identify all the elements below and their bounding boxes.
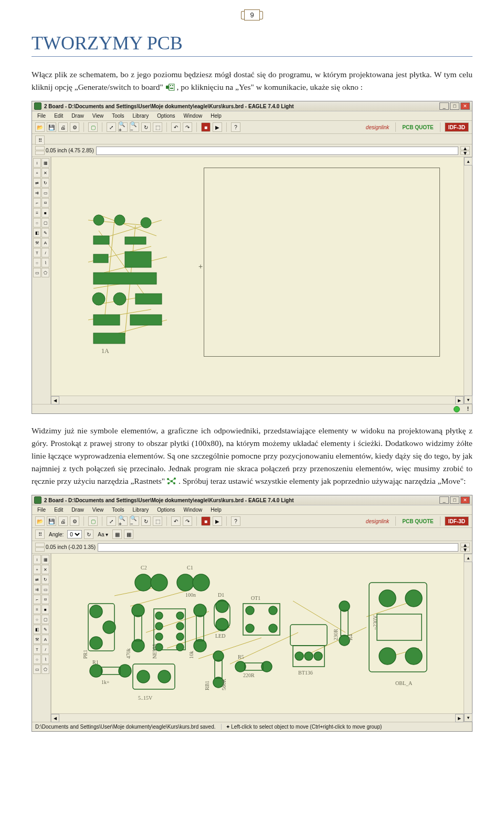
menu-edit[interactable]: Edit [51,506,66,513]
poly-icon[interactable]: ⬠ [41,268,49,277]
zoom-in-icon[interactable]: 🔍+ [118,122,128,132]
go-icon[interactable]: ▶ [213,516,222,526]
move-icon[interactable]: ✕ [41,168,49,178]
scroll-left-icon[interactable]: ◀ [51,396,59,404]
scroll-left-icon[interactable]: ◀ [51,714,59,722]
menu-view[interactable]: View [89,112,107,119]
zoom-select-icon[interactable]: ⬚ [153,516,162,526]
zoom-in-icon[interactable]: 🔍+ [118,516,128,526]
h-scrollbar[interactable]: ◀ ▶ [51,713,464,722]
pcb-quote-label[interactable]: PCB QUOTE [402,518,433,524]
add-icon[interactable]: ■ [41,208,49,217]
menu-tools[interactable]: Tools [109,112,127,119]
arc-icon[interactable]: ⌇ [41,258,49,267]
close-button[interactable]: ✕ [460,102,470,110]
minimize-button[interactable]: _ [439,102,449,110]
value-icon[interactable]: ◧ [33,228,41,237]
menu-draw[interactable]: Draw [68,112,87,119]
board-icon[interactable]: ▢ [88,516,98,526]
v-scrollbar[interactable]: ▲ ▼ [464,157,472,404]
command-input[interactable] [96,147,458,155]
menu-library[interactable]: Library [130,506,152,513]
text-icon[interactable]: T [33,645,41,654]
scroll-down-icon[interactable]: ▼ [464,713,472,722]
info-icon[interactable]: i [33,555,41,564]
copy-icon[interactable]: ⇄ [33,178,41,188]
scroll-track[interactable] [464,165,472,396]
scroll-down-icon[interactable]: ▼ [460,151,470,155]
layer-icon[interactable] [35,146,45,150]
menu-options[interactable]: Options [154,506,178,513]
route-icon[interactable]: ⚒ [33,635,41,644]
scroll-up-icon[interactable]: ▲ [464,554,472,562]
replace-icon[interactable]: ○ [33,218,41,227]
info-icon[interactable]: i [33,158,41,168]
zoom-fit-icon[interactable]: ⤢ [107,122,116,132]
scroll-down-icon[interactable]: ▼ [460,547,470,552]
scroll-down-icon[interactable]: ▼ [464,396,472,404]
zoom-out-icon[interactable]: 🔍− [130,516,139,526]
menu-view[interactable]: View [89,506,107,513]
name-icon[interactable]: ▢ [41,615,49,624]
delete-icon[interactable]: ≡ [33,605,41,614]
line-icon[interactable]: / [41,248,49,257]
rect-icon[interactable]: ▭ [33,268,41,277]
delete-icon[interactable]: ≡ [33,208,41,217]
designlink-label[interactable]: designlink [366,518,389,524]
menu-library[interactable]: Library [130,112,152,119]
route-icon[interactable]: ⚒ [33,238,41,247]
ripup-icon[interactable]: A [41,635,49,644]
display-icon[interactable]: ▦ [41,158,49,168]
menu-draw[interactable]: Draw [68,506,87,513]
cut-icon[interactable]: ⧈ [41,595,49,604]
rotate-icon[interactable]: ⇉ [33,188,41,198]
angle-select[interactable]: 0 [67,530,82,538]
smash-icon[interactable]: ✎ [41,228,49,237]
designlink-label[interactable]: designlink [366,124,389,130]
pcb-canvas[interactable]: C2 C1 100n PR1 470k NE555 10k D1 LED OT1… [51,554,464,713]
redo-icon[interactable]: ↷ [183,122,192,132]
menu-window[interactable]: Window [181,112,206,119]
rotate-icon[interactable]: ⇉ [33,585,41,594]
mirror-icon[interactable]: ↻ [41,575,49,584]
ripup-icon[interactable]: A [41,238,49,247]
grid2-icon[interactable]: ▦ [124,530,133,539]
grid-icon[interactable]: ⠿ [35,530,45,539]
print-icon[interactable]: 🖨 [58,122,68,132]
menu-window[interactable]: Window [181,506,206,513]
scroll-track[interactable] [59,714,455,722]
smash-icon[interactable]: ✎ [41,625,49,634]
layer-icon[interactable] [35,543,45,547]
move-icon[interactable]: ✕ [41,565,49,574]
mirror-icon[interactable]: ↻ [41,178,49,188]
layer-icon2[interactable] [35,547,45,552]
menu-tools[interactable]: Tools [109,506,127,513]
group-icon[interactable]: ▭ [41,585,49,594]
maximize-button[interactable]: □ [450,496,459,504]
replace-icon[interactable]: ○ [33,615,41,624]
cut-icon[interactable]: ⧈ [41,198,49,208]
cam-icon[interactable]: ⚙ [70,122,79,132]
circle-icon[interactable]: ○ [33,258,41,267]
stop-icon[interactable]: ■ [201,516,211,526]
copy-icon[interactable]: ⇄ [33,575,41,584]
grid-icon[interactable]: ⠿ [35,136,45,145]
board-icon[interactable]: ▢ [88,122,98,132]
stop-icon[interactable]: ■ [201,122,211,132]
pcb-canvas[interactable]: 1A + [51,157,464,396]
zoom-fit-icon[interactable]: ⤢ [107,516,116,526]
scroll-up-icon[interactable]: ▲ [464,157,472,165]
value-icon[interactable]: ◧ [33,625,41,634]
add-icon[interactable]: ■ [41,605,49,614]
print-icon[interactable]: 🖨 [58,516,68,526]
mark-icon[interactable]: + [33,168,41,178]
minimize-button[interactable]: _ [439,496,449,504]
spin-icon[interactable]: ↻ [84,530,93,539]
scroll-right-icon[interactable]: ▶ [455,396,464,404]
scroll-right-icon[interactable]: ▶ [455,714,464,722]
rect-icon[interactable]: ▭ [33,665,41,674]
h-scrollbar[interactable]: ◀ ▶ [51,396,464,404]
idf-3d-button[interactable]: IDF-3D [445,122,469,132]
v-scrollbar[interactable]: ▲ ▼ [464,554,472,722]
save-icon[interactable]: 💾 [47,516,56,526]
